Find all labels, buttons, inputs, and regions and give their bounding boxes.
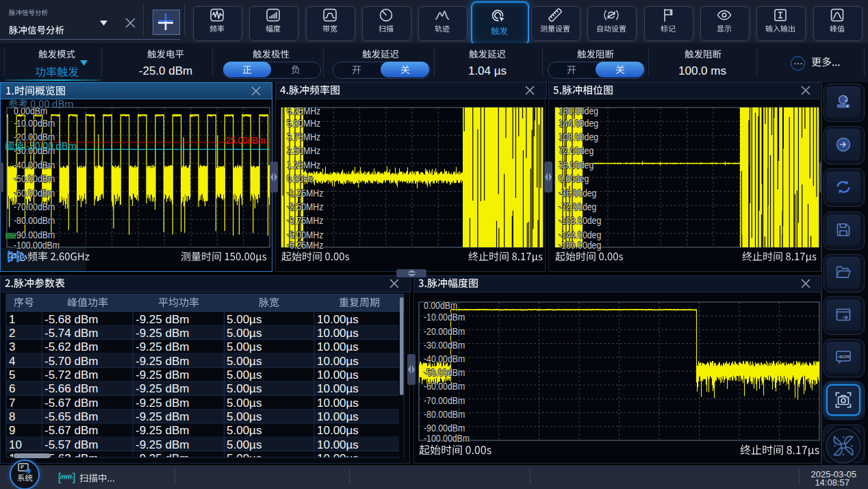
svg-text:•SCPI: •SCPI bbox=[838, 354, 850, 359]
